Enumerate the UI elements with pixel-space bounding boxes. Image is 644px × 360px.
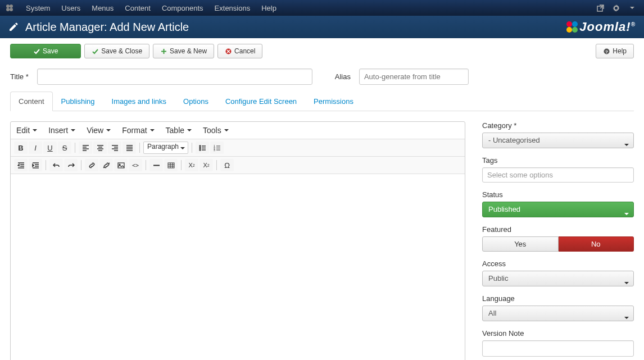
svg-point-0 bbox=[6, 4, 10, 8]
align-left-icon[interactable] bbox=[79, 142, 92, 154]
editor-menu-tools[interactable]: Tools bbox=[203, 126, 229, 135]
tab-configure-edit[interactable]: Configure Edit Screen bbox=[217, 92, 305, 111]
svg-point-8 bbox=[572, 27, 578, 33]
editor-menu-table[interactable]: Table bbox=[166, 126, 192, 135]
tags-input[interactable]: Select some options bbox=[482, 167, 634, 183]
outdent-icon[interactable] bbox=[14, 159, 28, 171]
align-right-icon[interactable] bbox=[108, 142, 121, 154]
indent-icon[interactable] bbox=[29, 159, 42, 171]
featured-toggle: Yes No bbox=[482, 236, 634, 252]
joomla-logo: Joomla!® bbox=[565, 20, 636, 34]
tab-content[interactable]: Content bbox=[10, 92, 53, 111]
chevron-down-icon bbox=[623, 208, 629, 217]
nav-users[interactable]: Users bbox=[61, 4, 80, 12]
bullet-list-icon[interactable] bbox=[196, 142, 209, 154]
title-label: Title * bbox=[10, 72, 29, 81]
language-label: Language bbox=[482, 294, 634, 303]
nav-extensions[interactable]: Extensions bbox=[215, 4, 251, 12]
joomla-icon[interactable] bbox=[4, 3, 15, 13]
editor: Edit Insert View Format Table Tools B I … bbox=[10, 121, 465, 360]
cancel-button[interactable]: Cancel bbox=[217, 44, 262, 58]
superscript-icon[interactable]: X2 bbox=[199, 159, 213, 171]
title-row: Title * Alias bbox=[0, 64, 644, 92]
access-label: Access bbox=[482, 259, 634, 268]
format-select[interactable]: Paragraph bbox=[143, 142, 188, 154]
alias-label: Alias bbox=[335, 72, 351, 81]
tab-permissions[interactable]: Permissions bbox=[305, 92, 362, 111]
editor-content-area[interactable] bbox=[11, 174, 465, 360]
main-area: Edit Insert View Format Table Tools B I … bbox=[0, 111, 644, 360]
svg-point-5 bbox=[566, 21, 572, 27]
table-icon[interactable] bbox=[164, 159, 178, 171]
editor-menu-insert[interactable]: Insert bbox=[48, 126, 75, 135]
language-select[interactable]: All bbox=[482, 306, 634, 321]
svg-point-1 bbox=[10, 4, 13, 8]
cancel-icon bbox=[225, 48, 232, 54]
category-label: Category * bbox=[482, 121, 634, 130]
page-title: Article Manager: Add New Article bbox=[25, 21, 189, 34]
editor-menubar: Edit Insert View Format Table Tools bbox=[11, 122, 465, 139]
save-close-button[interactable]: Save & Close bbox=[84, 44, 149, 58]
page-header: Article Manager: Add New Article Joomla!… bbox=[0, 16, 644, 38]
save-button[interactable]: Save bbox=[10, 44, 81, 58]
save-new-button[interactable]: Save & New bbox=[153, 44, 214, 58]
tags-label: Tags bbox=[482, 156, 634, 165]
external-link-icon[interactable] bbox=[596, 3, 605, 12]
access-select[interactable]: Public bbox=[482, 271, 634, 286]
redo-icon[interactable] bbox=[64, 159, 78, 171]
gear-icon[interactable] bbox=[611, 3, 620, 12]
tab-options[interactable]: Options bbox=[175, 92, 217, 111]
hr-icon[interactable] bbox=[149, 159, 163, 171]
italic-icon[interactable]: I bbox=[29, 142, 42, 154]
bold-icon[interactable]: B bbox=[14, 142, 28, 154]
image-icon[interactable] bbox=[114, 159, 128, 171]
version-note-input[interactable] bbox=[482, 340, 634, 357]
subscript-icon[interactable]: X2 bbox=[185, 159, 198, 171]
nav-menus[interactable]: Menus bbox=[92, 4, 114, 12]
chevron-down-icon[interactable] bbox=[627, 3, 636, 12]
svg-point-12 bbox=[199, 145, 201, 147]
svg-point-14 bbox=[199, 149, 201, 151]
featured-no[interactable]: No bbox=[559, 236, 634, 252]
nav-system[interactable]: System bbox=[26, 4, 50, 12]
link-icon[interactable] bbox=[85, 159, 98, 171]
editor-toolbar-row2: <> X2 X2 Ω bbox=[11, 157, 465, 174]
editor-menu-format[interactable]: Format bbox=[122, 126, 154, 135]
editor-menu-edit[interactable]: Edit bbox=[16, 126, 37, 135]
featured-yes[interactable]: Yes bbox=[482, 236, 559, 252]
align-justify-icon[interactable] bbox=[123, 142, 136, 154]
chevron-down-icon bbox=[623, 139, 629, 148]
check-icon bbox=[92, 48, 98, 54]
svg-point-7 bbox=[566, 27, 572, 33]
editor-column: Edit Insert View Format Table Tools B I … bbox=[10, 121, 465, 360]
undo-icon[interactable] bbox=[49, 159, 63, 171]
code-icon[interactable]: <> bbox=[129, 159, 142, 171]
strikethrough-icon[interactable]: S bbox=[58, 142, 71, 154]
number-list-icon[interactable]: 123 bbox=[210, 142, 224, 154]
editor-menu-view[interactable]: View bbox=[87, 126, 111, 135]
underline-icon[interactable]: U bbox=[43, 142, 57, 154]
svg-point-3 bbox=[10, 8, 13, 11]
nav-components[interactable]: Components bbox=[162, 4, 203, 12]
status-label: Status bbox=[482, 190, 634, 199]
question-icon: ? bbox=[603, 48, 610, 54]
nav-content[interactable]: Content bbox=[125, 4, 151, 12]
admin-topnav: System Users Menus Content Components Ex… bbox=[0, 0, 644, 16]
brand-text: Joomla!® bbox=[579, 20, 636, 34]
omega-icon[interactable]: Ω bbox=[220, 159, 234, 171]
tab-publishing[interactable]: Publishing bbox=[53, 92, 103, 111]
status-select[interactable]: Published bbox=[482, 202, 634, 217]
chevron-down-icon bbox=[623, 277, 629, 286]
action-toolbar: Save Save & Close Save & New Cancel ? He… bbox=[0, 38, 644, 64]
tab-images-links[interactable]: Images and links bbox=[103, 92, 175, 111]
help-button[interactable]: ? Help bbox=[596, 44, 634, 58]
title-input[interactable] bbox=[37, 69, 312, 85]
featured-label: Featured bbox=[482, 225, 634, 234]
alias-input[interactable] bbox=[359, 69, 469, 85]
version-note-label: Version Note bbox=[482, 329, 634, 338]
align-center-icon[interactable] bbox=[93, 142, 107, 154]
unlink-icon[interactable] bbox=[99, 159, 113, 171]
nav-help[interactable]: Help bbox=[261, 4, 276, 12]
svg-text:3: 3 bbox=[214, 148, 215, 151]
category-select[interactable]: - Uncategorised bbox=[482, 133, 634, 148]
